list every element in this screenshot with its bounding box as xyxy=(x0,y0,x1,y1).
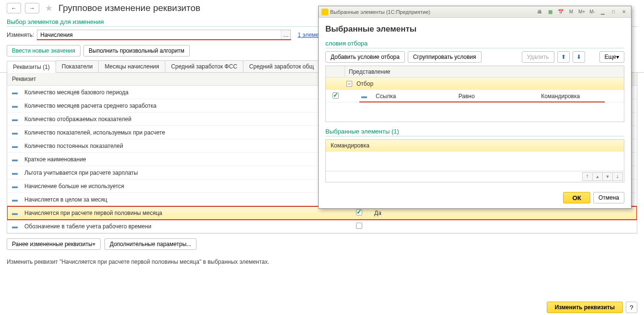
filter-field: Ссылка xyxy=(376,93,459,100)
dash-icon: ▬ xyxy=(7,196,23,203)
delete-button[interactable]: Удалить xyxy=(522,51,554,63)
modal-heading: Выбранные элементы xyxy=(325,22,624,39)
group-conditions-button[interactable]: Сгруппировать условия xyxy=(408,51,482,63)
previously-changed-button[interactable]: Ранее измененные реквизиты xyxy=(7,238,101,250)
page-title: Групповое изменение реквизитов xyxy=(58,3,200,13)
forward-button[interactable]: → xyxy=(25,3,39,13)
row-label: Количество отображаемых показателей xyxy=(23,116,349,123)
row-label: Начисление больше не используется xyxy=(23,183,349,190)
filter-value: Командировка xyxy=(541,93,624,100)
filter-operator: Равно xyxy=(459,93,541,100)
filter-header-representation: Представление xyxy=(345,68,624,75)
tab-indicators[interactable]: Показатели xyxy=(56,60,99,72)
selected-elements-modal: Выбранные элементы (1С:Предприятие) 🖶 ▦ … xyxy=(318,6,632,209)
maximize-icon[interactable]: □ xyxy=(609,8,618,16)
add-filter-button[interactable]: Добавить условие отбора xyxy=(325,51,405,63)
minimize-icon[interactable]: ▁ xyxy=(598,8,607,16)
arrow-down-icon: ⬇ xyxy=(576,54,581,60)
memory-mplus-button[interactable]: M+ xyxy=(577,8,586,16)
row-value: Да xyxy=(368,210,637,216)
tab-requisites[interactable]: Реквизиты (1) xyxy=(7,61,56,73)
footer-status-text: Изменить реквизит "Начисляется при расче… xyxy=(0,255,644,269)
change-label: Изменять: xyxy=(7,32,34,38)
row-label: Начисляется в целом за месяц xyxy=(23,196,349,203)
dash-icon: ▬ xyxy=(7,116,23,123)
filter-group-label: Отбор xyxy=(356,80,624,87)
extra-params-button[interactable]: Дополнительные параметры... xyxy=(104,238,196,250)
custom-algorithm-button[interactable]: Выполнить произвольный алгоритм xyxy=(83,45,190,56)
memory-mminus-button[interactable]: M- xyxy=(588,8,597,16)
row-label: Льгота учитывается при расчете зарплаты xyxy=(23,169,349,176)
row-label: Количество месяцев расчета среднего зара… xyxy=(23,102,349,109)
memory-m-button[interactable]: M xyxy=(567,8,575,16)
collapse-icon[interactable]: − xyxy=(346,81,352,87)
ok-button[interactable]: ОК xyxy=(563,192,590,203)
close-icon[interactable]: ✕ xyxy=(620,8,628,16)
dash-icon: ▬ xyxy=(361,93,367,100)
tab-avg-general[interactable]: Средний заработок общ xyxy=(243,60,320,72)
calendar-icon[interactable]: 📅 xyxy=(556,8,565,16)
table-row[interactable]: ▬Обозначение в табеле учета рабочего вре… xyxy=(7,220,637,233)
row-checkbox-cell[interactable] xyxy=(349,223,368,230)
calc-icon[interactable]: ▦ xyxy=(546,8,554,16)
dash-icon: ▬ xyxy=(7,210,23,216)
app-icon xyxy=(322,9,328,15)
filter-condition-row[interactable]: ▬ Ссылка Равно Командировка xyxy=(326,90,624,102)
dash-icon: ▬ xyxy=(7,223,23,230)
row-label: Обозначение в табеле учета рабочего врем… xyxy=(23,223,349,230)
tab-avg-fss[interactable]: Средний заработок ФСС xyxy=(165,60,243,72)
row-checkbox-cell[interactable] xyxy=(349,209,368,217)
more-button[interactable]: Еще ▾ xyxy=(599,51,624,63)
row-label: Количество показателей, используемых при… xyxy=(23,129,349,136)
dash-icon: ▬ xyxy=(7,143,23,149)
list-up-button[interactable]: ▲ xyxy=(592,172,603,181)
selected-section-title: Выбранные элементы (1) xyxy=(325,127,624,136)
arrow-up-icon: ⬆ xyxy=(561,54,566,60)
list-last-button[interactable]: ⤓ xyxy=(612,172,623,181)
dash-icon: ▬ xyxy=(7,169,23,176)
row-label: Начисляется при расчете первой половины … xyxy=(23,210,349,216)
dash-icon: ▬ xyxy=(7,102,23,109)
modal-window-title: Выбранные элементы (1С:Предприятие) xyxy=(330,9,533,15)
star-icon[interactable]: ★ xyxy=(45,3,53,13)
arrow-left-icon: ← xyxy=(11,5,17,11)
list-first-button[interactable]: ⤒ xyxy=(582,172,593,181)
row-label: Краткое наименование xyxy=(23,156,349,163)
tab-months[interactable]: Месяцы начисления xyxy=(98,60,165,72)
arrow-right-icon: → xyxy=(29,5,35,11)
selected-item-row[interactable]: Командировка xyxy=(326,140,624,152)
print-icon[interactable]: 🖶 xyxy=(535,8,544,16)
help-button[interactable]: ? xyxy=(626,302,637,313)
dash-icon: ▬ xyxy=(7,183,23,190)
dash-icon: ▬ xyxy=(7,129,23,136)
move-down-button[interactable]: ⬇ xyxy=(573,51,585,63)
input-ellipsis-button[interactable]: … xyxy=(281,30,290,40)
filter-section-title: словия отбора xyxy=(325,39,624,48)
back-button[interactable]: ← xyxy=(7,3,21,13)
apply-changes-button[interactable]: Изменить реквизиты xyxy=(547,302,623,313)
modal-titlebar[interactable]: Выбранные элементы (1С:Предприятие) 🖶 ▦ … xyxy=(319,6,631,18)
filter-group-row[interactable]: − Отбор xyxy=(326,78,624,90)
checkbox[interactable] xyxy=(356,223,362,229)
cancel-button[interactable]: Отмена xyxy=(593,192,624,203)
row-label: Количество постоянных показателей xyxy=(23,143,349,149)
row-label: Количество месяцев базового периода xyxy=(23,89,349,96)
dash-icon: ▬ xyxy=(7,156,23,163)
filter-checkbox[interactable] xyxy=(333,92,339,99)
list-down-button[interactable]: ▼ xyxy=(602,172,613,181)
change-input[interactable] xyxy=(37,30,291,40)
checkbox[interactable] xyxy=(356,209,362,215)
new-values-button[interactable]: Ввести новые значения xyxy=(7,45,80,56)
dash-icon: ▬ xyxy=(7,89,23,96)
move-up-button[interactable]: ⬆ xyxy=(557,51,570,63)
